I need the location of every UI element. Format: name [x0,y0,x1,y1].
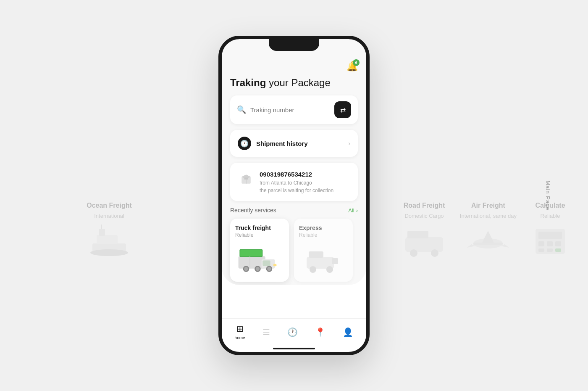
bg-road-illustration [399,222,449,260]
svg-rect-23 [555,241,561,246]
tracking-row: 090319876534212 from Atlanta to Chicago … [238,171,350,194]
bg-ocean-illustration [84,222,134,260]
bg-calc: Calculate Reliable [525,202,575,260]
svg-point-4 [90,249,128,256]
all-label: All [348,207,354,214]
svg-rect-48 [332,258,338,264]
shipment-history-card[interactable]: 🕐 Shipment history › [230,130,358,157]
clock-icon: 🕐 [238,137,251,150]
svg-point-41 [267,267,271,271]
history-row: 🕐 Shipment history › [238,137,350,150]
bg-calc-illustration [525,222,575,260]
svg-rect-45 [309,251,323,258]
svg-rect-2 [99,229,105,236]
svg-rect-30 [244,177,248,180]
service-card-truck[interactable]: Truck freight Reliable [230,219,289,282]
title-bold: Traking [230,77,266,88]
all-chevron-icon: › [356,207,358,214]
bg-air-name: Air Freight [471,202,505,209]
bg-road-sub: Domestic Cargo [404,213,444,219]
services-header: Recently services All › [230,207,358,214]
search-input[interactable] [250,106,330,114]
notification-bell[interactable]: 🔔 6 [346,61,358,72]
service-card-express[interactable]: Express Reliable [294,219,353,282]
tracking-card[interactable]: 090319876534212 from Atlanta to Chicago … [230,163,358,201]
svg-point-37 [244,267,248,271]
svg-rect-16 [473,243,503,245]
svg-rect-21 [538,241,544,246]
tracking-route: from Atlanta to Chicago [260,179,350,187]
svg-rect-31 [239,256,265,268]
bg-calc-sub: Reliable [541,213,560,219]
svg-rect-35 [240,250,262,256]
svg-rect-10 [405,237,443,252]
scan-icon: ⇄ [340,106,346,114]
svg-rect-43 [273,264,276,267]
phone-frame: 🔔 6 Traking your Package 🔍 ⇄ [218,36,370,355]
bg-air-sub: International, same day [460,213,517,219]
truck-svg [236,244,283,276]
svg-marker-15 [482,231,494,243]
bg-air-illustration [463,222,513,260]
express-service-name: Express [299,225,348,231]
bg-ocean-sub: International [94,213,124,219]
history-left: 🕐 Shipment history [238,137,308,150]
svg-rect-26 [555,248,561,252]
tracking-status: the parcel is waiting for collection [260,187,350,194]
content-area: Traking your Package 🔍 ⇄ 🕐 Shipment hist… [222,74,366,285]
bg-road-name: Road Freight [404,202,445,209]
side-label: Main Page [545,180,551,210]
all-services-link[interactable]: All › [348,207,358,214]
package-icon [239,172,254,187]
search-bar[interactable]: 🔍 ⇄ [230,95,358,124]
bell-badge: 6 [353,59,360,66]
truck-illustration [235,242,284,276]
express-illustration [299,242,348,276]
svg-rect-33 [262,260,270,266]
svg-point-39 [256,267,260,271]
chevron-right-icon: › [348,140,350,147]
package-icon-container [238,171,255,188]
bg-air: Air Freight International, same day [460,202,517,260]
tracking-info: 090319876534212 from Atlanta to Chicago … [260,171,350,194]
svg-point-46 [310,266,316,273]
services-section-title: Recently services [230,207,276,214]
svg-point-47 [326,266,333,273]
express-service-subtitle: Reliable [299,232,348,238]
shipment-history-title: Shipment history [256,140,308,147]
svg-rect-24 [538,248,544,252]
svg-rect-25 [547,248,553,252]
svg-rect-20 [538,232,562,239]
title-rest: your Package [266,77,330,88]
svg-rect-11 [407,231,428,238]
page-title: Traking your Package [230,77,358,89]
bg-road: Road Freight Domestic Cargo [399,202,449,260]
svg-rect-1 [97,235,118,244]
notch [269,39,319,51]
bg-ocean-name: Ocean Freight [87,202,132,209]
svg-rect-22 [547,241,553,246]
svg-point-13 [431,249,438,257]
tracking-number: 090319876534212 [260,171,350,178]
header-bar: 🔔 6 [222,58,366,74]
bg-ocean-freight: Ocean Freight International [84,202,134,260]
phone-screen: 🔔 6 Traking your Package 🔍 ⇄ [222,39,366,285]
search-icon: 🔍 [237,105,246,114]
svg-point-12 [410,249,417,257]
truck-service-subtitle: Reliable [235,232,284,238]
truck-service-name: Truck freight [235,225,284,231]
services-scroll: Truck freight Reliable [222,219,366,285]
scan-button[interactable]: ⇄ [334,101,351,118]
